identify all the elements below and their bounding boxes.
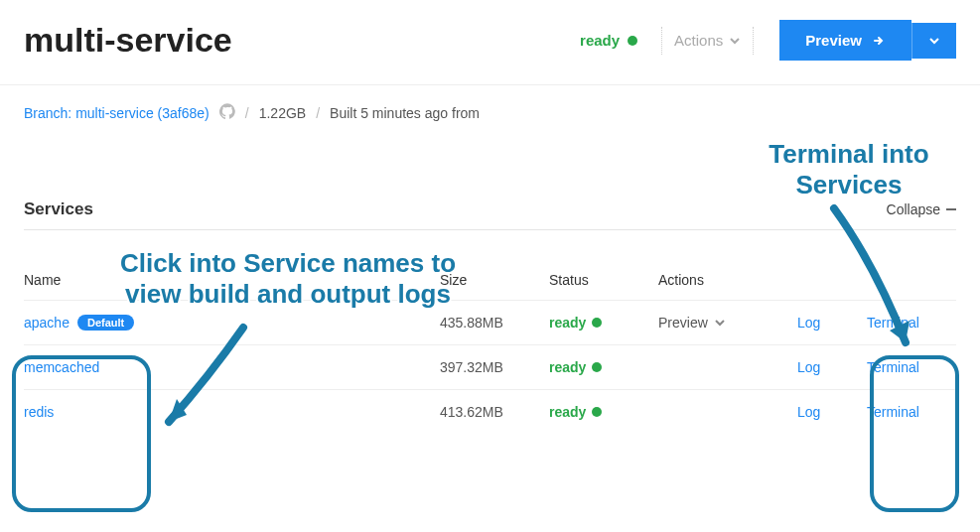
status-ready: ready (580, 32, 637, 49)
service-status: ready (549, 404, 658, 420)
col-actions: Actions (658, 272, 797, 288)
preview-caret-button[interactable] (911, 23, 956, 59)
commit-hash: 3af68e (162, 105, 205, 121)
status-dot-icon (592, 362, 602, 372)
branch-link[interactable]: Branch: multi-service (3af68e) (24, 105, 210, 121)
chevron-down-icon (714, 317, 726, 329)
chevron-down-icon (729, 35, 741, 47)
status-text: ready (580, 32, 620, 49)
service-name-link[interactable]: apache Default (24, 315, 440, 331)
service-name: redis (24, 404, 54, 420)
service-size: 397.32MB (440, 359, 549, 375)
status-dot-icon (628, 36, 637, 46)
collapse-button[interactable]: Collapse (887, 201, 956, 217)
col-size: Size (440, 272, 549, 288)
log-link[interactable]: Log (797, 315, 867, 331)
status-text: ready (549, 359, 586, 375)
branch-label: Branch: (24, 105, 71, 121)
project-size: 1.22GB (259, 105, 306, 121)
external-link-icon (872, 34, 886, 48)
status-dot-icon (592, 407, 602, 417)
separator-slash: / (245, 105, 249, 121)
meta-row: Branch: multi-service (3af68e) / 1.22GB … (0, 85, 980, 132)
status-dot-icon (592, 318, 602, 328)
built-time: Built 5 minutes ago from (330, 105, 480, 121)
terminal-link[interactable]: Terminal (867, 359, 956, 375)
table-row: redis 413.62MB ready Log Terminal (24, 389, 956, 434)
preview-button[interactable]: Preview (779, 20, 911, 61)
services-section-title: Services (24, 200, 887, 219)
action-label: Preview (658, 315, 708, 331)
services-table: Name Size Status Actions apache Default … (24, 229, 956, 434)
col-status: Status (549, 272, 658, 288)
collapse-label: Collapse (887, 201, 940, 217)
service-size: 435.88MB (440, 315, 549, 331)
service-name-link[interactable]: redis (24, 404, 440, 420)
status-text: ready (549, 315, 586, 331)
actions-dropdown[interactable]: Actions (674, 32, 741, 49)
service-status: ready (549, 315, 658, 331)
service-name: memcached (24, 359, 99, 375)
terminal-link[interactable]: Terminal (867, 315, 956, 331)
actions-label: Actions (674, 32, 723, 49)
service-name: apache (24, 315, 70, 331)
service-action-preview[interactable]: Preview (658, 315, 797, 331)
log-link[interactable]: Log (797, 359, 867, 375)
branch-name: multi-service (75, 105, 154, 121)
separator-slash: / (316, 105, 320, 121)
table-row: apache Default 435.88MB ready Preview Lo… (24, 300, 956, 344)
minus-icon (946, 208, 956, 210)
github-icon[interactable] (219, 103, 235, 122)
table-header: Name Size Status Actions (24, 230, 956, 300)
page-title: multi-service (24, 21, 580, 60)
chevron-down-icon (928, 35, 940, 47)
table-row: memcached 397.32MB ready Log Terminal (24, 344, 956, 389)
col-name: Name (24, 272, 440, 288)
service-size: 413.62MB (440, 404, 549, 420)
status-text: ready (549, 404, 586, 420)
terminal-link[interactable]: Terminal (867, 404, 956, 420)
service-status: ready (549, 359, 658, 375)
preview-label: Preview (805, 32, 862, 49)
separator (753, 27, 754, 55)
separator (661, 27, 662, 55)
log-link[interactable]: Log (797, 404, 867, 420)
default-badge: Default (77, 315, 134, 331)
service-name-link[interactable]: memcached (24, 359, 440, 375)
